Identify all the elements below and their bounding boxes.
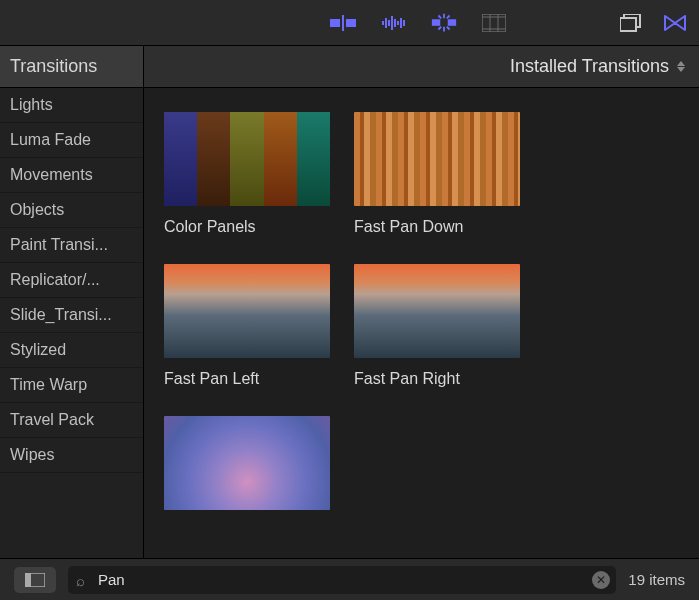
- transition-label: Fast Pan Right: [354, 370, 520, 388]
- filmstrip-icon[interactable]: [480, 12, 508, 34]
- svg-line-18: [447, 26, 450, 29]
- sidebar-item-time-warp[interactable]: Time Warp: [0, 368, 143, 403]
- sidebar-item-label: Movements: [10, 166, 93, 183]
- sidebar-item-luma-fade[interactable]: Luma Fade: [0, 123, 143, 158]
- transitions-grid: Color Panels Fast Pan Down Fast Pan Left…: [144, 88, 699, 558]
- transition-label: Fast Pan Left: [164, 370, 330, 388]
- transition-thumbnail[interactable]: [164, 112, 330, 206]
- transition-thumbnail[interactable]: [354, 264, 520, 358]
- sidebar-item-label: Paint Transi...: [10, 236, 108, 253]
- svg-line-16: [447, 15, 450, 18]
- sidebar-item-label: Lights: [10, 96, 53, 113]
- search-icon: ⌕: [76, 571, 85, 588]
- transition-thumbnail[interactable]: [354, 112, 520, 206]
- svg-rect-3: [382, 21, 384, 25]
- sidebar-item-replicator[interactable]: Replicator/...: [0, 263, 143, 298]
- sidebar-item-travel-pack[interactable]: Travel Pack: [0, 403, 143, 438]
- updown-icon: [677, 61, 685, 72]
- svg-rect-4: [385, 18, 387, 28]
- sidebar-item-wipes[interactable]: Wipes: [0, 438, 143, 473]
- svg-rect-6: [391, 16, 393, 30]
- clear-search-button[interactable]: ✕: [592, 571, 610, 589]
- transition-thumbnail[interactable]: [164, 264, 330, 358]
- sidebar-item-label: Travel Pack: [10, 411, 94, 428]
- svg-line-15: [438, 15, 441, 18]
- sidebar-item-label: Luma Fade: [10, 131, 91, 148]
- sidebar-item-label: Slide_Transi...: [10, 306, 112, 323]
- svg-rect-25: [620, 18, 636, 31]
- svg-rect-1: [342, 15, 344, 31]
- align-icon[interactable]: [330, 12, 358, 34]
- transition-item[interactable]: [164, 416, 330, 522]
- sidebar-item-movements[interactable]: Movements: [0, 158, 143, 193]
- svg-rect-7: [394, 19, 396, 27]
- content: Lights Luma Fade Movements Objects Paint…: [0, 88, 699, 558]
- sidebar-item-stylized[interactable]: Stylized: [0, 333, 143, 368]
- sidebar-title: Transitions: [0, 46, 144, 87]
- svg-rect-10: [403, 20, 405, 26]
- item-count-label: 19 items: [628, 571, 685, 588]
- top-toolbar: [0, 0, 699, 46]
- sidebar-item-label: Stylized: [10, 341, 66, 358]
- search-field-wrap: ⌕ ✕: [68, 566, 616, 594]
- window-icon[interactable]: [617, 12, 645, 34]
- sidebar-item-paint-transitions[interactable]: Paint Transi...: [0, 228, 143, 263]
- svg-rect-5: [388, 20, 390, 26]
- scope-dropdown[interactable]: Installed Transitions: [144, 46, 699, 87]
- footer-bar: ⌕ ✕ 19 items: [0, 558, 699, 600]
- transition-item[interactable]: Fast Pan Down: [354, 112, 520, 236]
- sidebar-item-lights[interactable]: Lights: [0, 88, 143, 123]
- transition-label: Color Panels: [164, 218, 330, 236]
- svg-line-17: [438, 26, 441, 29]
- scope-dropdown-label: Installed Transitions: [510, 56, 669, 77]
- search-input[interactable]: [68, 566, 616, 594]
- svg-rect-9: [400, 18, 402, 28]
- transition-item[interactable]: Color Panels: [164, 112, 330, 236]
- glow-transition-icon[interactable]: [430, 12, 458, 34]
- category-sidebar: Lights Luma Fade Movements Objects Paint…: [0, 88, 144, 558]
- layout-toggle-button[interactable]: [14, 567, 56, 593]
- toolbar-center: [330, 12, 508, 34]
- sidebar-item-label: Objects: [10, 201, 64, 218]
- transition-item[interactable]: Fast Pan Left: [164, 264, 330, 388]
- header-row: Transitions Installed Transitions: [0, 46, 699, 88]
- sidebar-item-slide-transitions[interactable]: Slide_Transi...: [0, 298, 143, 333]
- equalizer-icon[interactable]: [380, 12, 408, 34]
- transition-thumbnail[interactable]: [164, 416, 330, 510]
- sidebar-item-label: Time Warp: [10, 376, 87, 393]
- svg-rect-2: [346, 19, 356, 27]
- sidebar-item-objects[interactable]: Objects: [0, 193, 143, 228]
- svg-rect-11: [432, 19, 440, 26]
- bowtie-icon[interactable]: [661, 12, 689, 34]
- svg-rect-0: [330, 19, 340, 27]
- transition-label: Fast Pan Down: [354, 218, 520, 236]
- svg-rect-27: [25, 573, 31, 587]
- toolbar-right: [617, 12, 689, 34]
- svg-rect-8: [397, 21, 399, 25]
- sidebar-item-label: Wipes: [10, 446, 54, 463]
- sidebar-item-label: Replicator/...: [10, 271, 100, 288]
- transition-item[interactable]: Fast Pan Right: [354, 264, 520, 388]
- svg-rect-12: [448, 19, 456, 26]
